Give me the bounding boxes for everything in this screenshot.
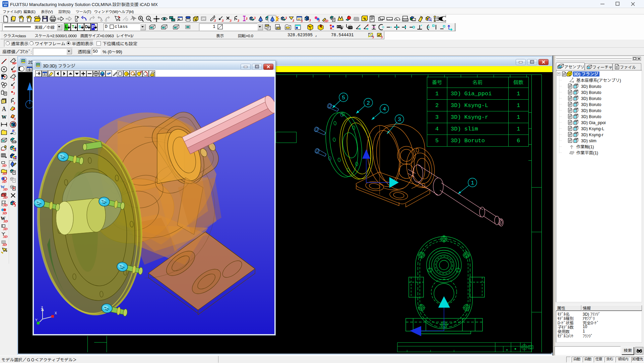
svg-text:X: X (55, 311, 57, 315)
svg-text:3: 3 (229, 18, 232, 22)
svg-text:3D) slim: 3D) slim (451, 126, 478, 132)
svg-text:4: 4 (435, 126, 439, 132)
svg-text:Y: Y (35, 318, 38, 322)
svg-text:NP: NP (12, 70, 16, 73)
svg-text:2: 2 (367, 100, 370, 106)
svg-text:3D) Ksyng-r: 3D) Ksyng-r (451, 114, 488, 120)
svg-text:1: 1 (517, 114, 520, 120)
svg-text:1: 1 (471, 180, 474, 186)
svg-text:3: 3 (13, 77, 15, 81)
svg-text:3D: 3D (3, 187, 8, 191)
svg-text:3: 3 (285, 16, 287, 20)
svg-text:3: 3 (372, 35, 374, 39)
svg-text:個数: 個数 (513, 80, 523, 86)
svg-text:6: 6 (517, 138, 520, 144)
svg-text:3: 3 (213, 18, 216, 22)
svg-text:3D) Ksyng-L: 3D) Ksyng-L (451, 102, 488, 109)
svg-text:3D) Gia_ppoi: 3D) Gia_ppoi (451, 91, 492, 97)
svg-text:3: 3 (13, 91, 15, 95)
svg-text:名前: 名前 (472, 80, 482, 86)
svg-text:3D: 3D (3, 227, 8, 231)
svg-text:A: A (2, 106, 6, 112)
svg-text:1: 1 (517, 91, 520, 97)
svg-text:5: 5 (435, 138, 439, 144)
svg-text:3: 3 (12, 85, 15, 89)
svg-text:1: 1 (435, 91, 439, 97)
svg-text:1: 1 (517, 102, 520, 109)
svg-text:3: 3 (318, 18, 320, 22)
svg-text:3D) Boruto: 3D) Boruto (451, 138, 485, 144)
svg-text:3: 3 (237, 18, 240, 22)
svg-text:3: 3 (309, 18, 311, 22)
svg-text:3D: 3D (2, 179, 7, 184)
svg-text:3: 3 (435, 114, 439, 120)
svg-text:3: 3 (292, 18, 294, 22)
svg-text:3: 3 (253, 16, 256, 20)
svg-text:3: 3 (245, 16, 248, 20)
svg-text:3: 3 (221, 18, 224, 22)
svg-text:iCAD: iCAD (3, 2, 8, 4)
svg-text:3D: 3D (3, 219, 8, 223)
svg-text:2: 2 (367, 23, 369, 27)
svg-text:3: 3 (14, 203, 16, 207)
svg-text:...: ... (126, 20, 128, 22)
svg-text:3D: 3D (3, 195, 8, 199)
svg-text:D: D (101, 19, 103, 22)
svg-text:3: 3 (398, 116, 401, 123)
svg-text:番号: 番号 (432, 80, 442, 86)
svg-text:5: 5 (342, 95, 345, 101)
svg-text:3: 3 (381, 35, 383, 39)
svg-text:Z: Z (41, 306, 43, 310)
svg-text:3: 3 (13, 101, 15, 105)
svg-text:3D: 3D (3, 203, 8, 207)
svg-text:MX: MX (4, 4, 7, 6)
svg-text:3: 3 (13, 117, 16, 121)
svg-text:3D: 3D (3, 235, 8, 239)
svg-text:D: D (105, 19, 107, 22)
svg-text:3D: 3D (2, 163, 7, 167)
svg-text:2: 2 (435, 102, 439, 109)
svg-text:3D: 3D (2, 211, 7, 215)
svg-text:1: 1 (517, 126, 520, 132)
svg-text:4: 4 (383, 106, 386, 112)
svg-text:3D: 3D (2, 243, 7, 247)
svg-text:3D: 3D (2, 171, 7, 175)
svg-text:NP: NP (12, 62, 17, 65)
svg-text:3D: 3D (324, 19, 328, 23)
svg-text:HEXA: HEXA (12, 141, 17, 143)
svg-text:3: 3 (301, 19, 303, 23)
